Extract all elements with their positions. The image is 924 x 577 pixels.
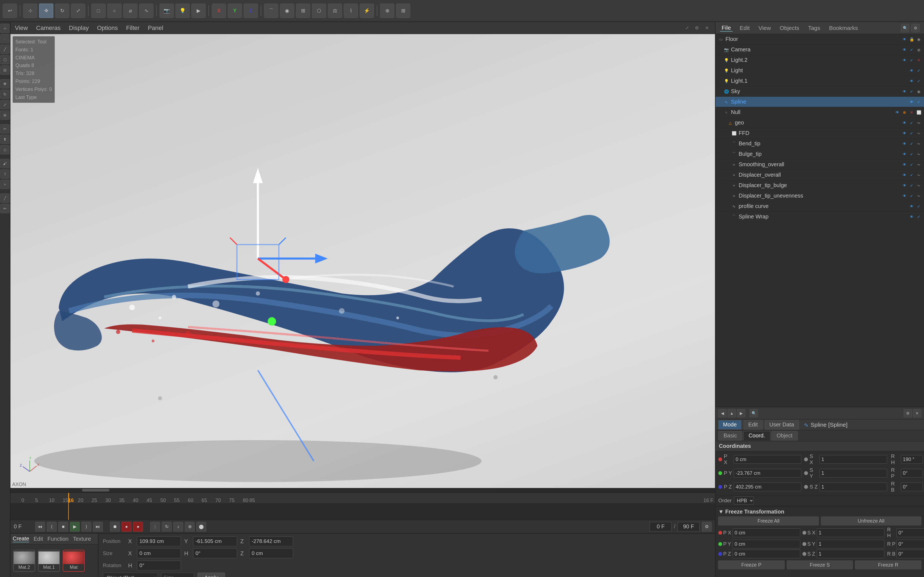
render-btn[interactable]: ▶ <box>191 3 206 18</box>
null-vis-cross[interactable]: ✕ <box>909 110 915 115</box>
timeline-scrollbar-thumb[interactable] <box>82 489 110 492</box>
spline-vis-check[interactable]: ✓ <box>916 99 922 105</box>
bulgetip-vis-eye[interactable]: 👁 <box>901 151 908 157</box>
floor-vis-eye[interactable]: 👁 <box>901 36 908 42</box>
mode-tab-userdata[interactable]: User Data <box>765 420 799 429</box>
displacer-vis-check[interactable]: ✓ <box>909 172 915 178</box>
hair-btn[interactable]: ⌇ <box>344 3 358 18</box>
geo-vis-check[interactable]: ✓ <box>909 120 915 126</box>
tool-transform-btn[interactable]: ⊛ <box>0 110 10 120</box>
y-axis-btn[interactable]: Y <box>228 3 242 18</box>
freeze-sy-input[interactable] <box>817 540 884 548</box>
bendtip-vis-eye[interactable]: 👁 <box>901 141 908 147</box>
bulgetip-vis-arr[interactable]: ⇋ <box>916 151 922 157</box>
filter-menu[interactable]: Filter <box>126 24 140 32</box>
coord-rot-b-input[interactable] <box>901 482 923 491</box>
bendtip-vis-arr[interactable]: ⇋ <box>916 141 922 147</box>
size-x-input[interactable] <box>137 548 181 558</box>
light1-vis-check[interactable]: ✓ <box>916 78 922 84</box>
profile-curve-vis-eye[interactable]: 👁 <box>909 203 915 210</box>
panel-tab-bookmarks[interactable]: Bookmarks <box>827 25 859 31</box>
coord-rot-h-input[interactable] <box>901 455 923 464</box>
size-field[interactable] <box>161 572 194 577</box>
freeze-pz-input[interactable] <box>733 550 800 558</box>
object-row-null[interactable]: ○ Null 👁 ⊕ ✕ ⬜ <box>716 107 924 118</box>
displacer-vis-arr[interactable]: ⇋ <box>916 172 922 178</box>
go-to-start-btn[interactable]: ⏮ <box>35 522 45 532</box>
freeze-px-input[interactable] <box>733 529 800 537</box>
material-swatch-mat[interactable]: Mat <box>63 550 85 572</box>
audio-btn[interactable]: ♪ <box>173 522 183 532</box>
viewport-close-icon[interactable]: ✕ <box>703 24 711 32</box>
object-row-bulgetip[interactable]: ⌒ Bulge_tip 👁 ✓ ⇋ <box>716 149 924 160</box>
weight-btn[interactable]: ⚖ <box>328 3 342 18</box>
sky-vis-eye[interactable]: 👁 <box>901 89 908 95</box>
prop-nav-left[interactable]: ◀ <box>718 409 727 417</box>
prop-settings-btn[interactable]: ⚙ <box>904 409 912 417</box>
prop-close-btn[interactable]: ✕ <box>913 409 921 417</box>
null-vis-eye[interactable]: 👁 <box>894 110 900 115</box>
panel-tab-view[interactable]: View <box>757 25 772 31</box>
tool-paint-btn[interactable]: 🖌 <box>0 159 10 168</box>
freeze-r-btn[interactable]: Freeze R <box>855 561 921 569</box>
light2-vis-check[interactable]: ✓ <box>909 57 915 63</box>
panel-menu[interactable]: Panel <box>148 24 163 32</box>
display-menu[interactable]: Display <box>69 24 89 32</box>
object-row-light2[interactable]: 💡 Light.2 👁 ✓ ✕ <box>716 55 924 65</box>
snap-btn[interactable]: ⊕ <box>380 3 394 18</box>
path-btn[interactable]: ⬤ <box>196 522 206 532</box>
geo-vis-arr[interactable]: ⇋ <box>916 120 922 126</box>
deform-btn[interactable]: ⌒ <box>264 3 278 18</box>
panel-tab-edit[interactable]: Edit <box>738 25 751 31</box>
options-menu[interactable]: Options <box>97 24 118 32</box>
prop-tab-object[interactable]: Object <box>771 431 798 440</box>
freeze-rh-input[interactable] <box>897 529 924 537</box>
prop-tab-basic[interactable]: Basic <box>718 431 742 440</box>
viewport-settings-icon[interactable]: ⚙ <box>693 24 701 32</box>
displacer-tip-bulge-vis-check[interactable]: ✓ <box>909 182 915 189</box>
tool-bevel-btn[interactable]: ◇ <box>0 145 10 155</box>
move-btn[interactable]: ✥ <box>39 3 53 18</box>
viewport-canvas[interactable]: Selected: Tool Fonts: 1 CINEMA Quads 8 T… <box>10 34 715 488</box>
mode-points-btn[interactable]: · <box>0 34 10 44</box>
spline-btn[interactable]: ∿ <box>139 3 153 18</box>
object-row-spline[interactable]: ∿ Spline 👁 ✓ <box>716 97 924 107</box>
fps-menu-btn[interactable]: ⋮ <box>150 522 160 532</box>
object-row-smoothing[interactable]: ≈ Smoothing_overall 👁 ✓ ⇋ <box>716 160 924 170</box>
dynamics-btn[interactable]: ⚡ <box>360 3 374 18</box>
search-btn[interactable]: 🔍 <box>901 24 909 32</box>
mode-select-btn[interactable]: ⊹ <box>0 24 10 33</box>
material-btn[interactable]: ◉ <box>280 3 294 18</box>
prop-nav-up[interactable]: ▲ <box>728 409 736 417</box>
object-row-geo[interactable]: △ geo 👁 ✓ ⇋ <box>716 118 924 128</box>
ffd-vis-arr[interactable]: ⇋ <box>916 130 922 136</box>
null-vis-box[interactable]: ⬜ <box>916 110 922 115</box>
tool-extrude-btn[interactable]: ⬆ <box>0 135 10 144</box>
floor-vis-lock[interactable]: 🔒 <box>909 36 915 42</box>
freeze-s-btn[interactable]: Freeze S <box>787 561 853 569</box>
prop-tab-coord[interactable]: Coord. <box>743 431 770 440</box>
mode-uv-btn[interactable]: ⊟ <box>0 65 10 75</box>
rot-h-input[interactable] <box>137 561 181 571</box>
coord-pos-y-input[interactable] <box>734 469 801 477</box>
ffd-vis-eye[interactable]: 👁 <box>901 130 908 136</box>
bulgetip-vis-check[interactable]: ✓ <box>909 151 915 157</box>
prop-nav-right[interactable]: ▶ <box>737 409 745 417</box>
freeze-rb-input[interactable] <box>897 550 924 558</box>
object-row-spline-wrap[interactable]: ⌒ Spline Wrap 👁 ✓ <box>716 211 924 222</box>
object-row-bendtip[interactable]: ⌒ Bend_tip 👁 ✓ ⇋ <box>716 139 924 149</box>
displacer-vis-eye[interactable]: 👁 <box>901 172 908 178</box>
light2-vis-x[interactable]: ✕ <box>916 57 922 63</box>
panel-tab-objects[interactable]: Objects <box>778 25 801 31</box>
ffd-vis-check[interactable]: ✓ <box>909 130 915 136</box>
pos-x-input[interactable] <box>137 536 181 546</box>
displacer-tip-uneven-vis-arr[interactable]: ⇋ <box>916 193 922 199</box>
material-swatch-mat1[interactable]: Mat.1 <box>38 550 60 572</box>
sphere-btn[interactable]: ○ <box>107 3 121 18</box>
object-row-ffd[interactable]: ⬜ FFD 👁 ✓ ⇋ <box>716 128 924 139</box>
pos-y-input[interactable] <box>193 536 237 546</box>
coord-pos-x-input[interactable] <box>734 455 801 464</box>
timeline-ruler[interactable]: 0 5 10 15 16 20 25 30 35 40 45 50 55 60 … <box>10 493 715 504</box>
profile-curve-vis-check[interactable]: ✓ <box>916 203 922 210</box>
object-row-displacer[interactable]: ≈ Displacer_overall 👁 ✓ ⇋ <box>716 170 924 180</box>
